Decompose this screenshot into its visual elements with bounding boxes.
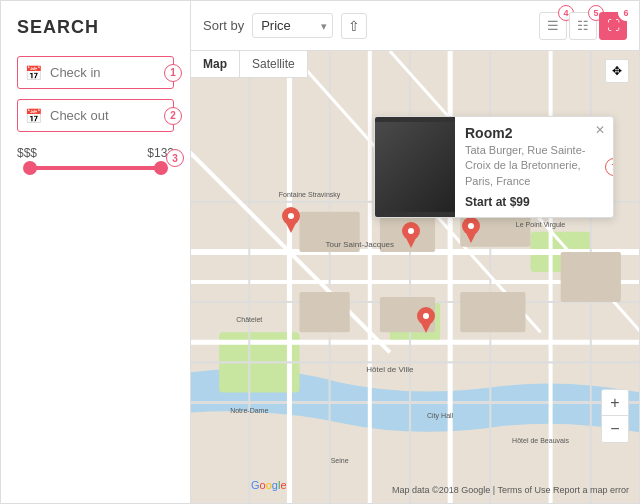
slider-track	[25, 166, 166, 170]
calendar-icon: 📅	[25, 65, 42, 81]
zoom-in-button[interactable]: +	[602, 390, 628, 416]
sidebar: SEARCH 📅 1 📅 2 $$$ $132	[1, 1, 191, 503]
price-badge: 3	[166, 149, 184, 167]
map-tab-map[interactable]: Map	[191, 51, 240, 77]
svg-text:Châtelet: Châtelet	[236, 316, 262, 323]
checkin-group: 📅 1	[17, 56, 174, 89]
main-content: Sort by Price Rating Distance ⇧ ☰ 4 ☷ 5	[191, 1, 639, 503]
svg-text:Fontaine Stravinsky: Fontaine Stravinsky	[279, 191, 341, 199]
svg-marker-47	[466, 233, 476, 243]
grid-icon: ☷	[577, 18, 589, 33]
zoom-out-button[interactable]: −	[602, 416, 628, 442]
list-view-button[interactable]: ☰ 4	[539, 12, 567, 40]
svg-text:Notre-Dame: Notre-Dame	[230, 407, 268, 414]
popup-image	[375, 117, 455, 217]
popup-title: Room2	[465, 125, 603, 141]
svg-text:Hôtel de Beauvais: Hôtel de Beauvais	[512, 437, 569, 444]
sort-select[interactable]: Price Rating Distance	[252, 13, 333, 38]
svg-text:Seine: Seine	[331, 457, 349, 464]
map-tab-satellite[interactable]: Satellite	[240, 51, 308, 77]
popup-price-label: Start at	[465, 195, 506, 209]
map-pin-4[interactable]	[416, 306, 436, 337]
sort-arrow-button[interactable]: ⇧	[341, 13, 367, 39]
fullscreen-button[interactable]: ✥	[605, 59, 629, 83]
sidebar-title: SEARCH	[17, 17, 174, 38]
svg-text:City Hall: City Hall	[427, 412, 454, 420]
svg-point-45	[408, 228, 414, 234]
svg-marker-44	[406, 238, 416, 248]
price-range: $$$ $132 3	[17, 146, 174, 170]
popup-price-value: $99	[510, 195, 530, 209]
slider-fill	[25, 166, 166, 170]
svg-rect-29	[561, 252, 621, 302]
map-pin-1[interactable]	[281, 206, 301, 237]
popup-price: Start at $99	[465, 195, 603, 209]
svg-point-51	[423, 313, 429, 319]
sort-select-wrap: Price Rating Distance	[252, 13, 333, 38]
svg-point-42	[288, 213, 294, 219]
map-zoom-controls: + −	[601, 389, 629, 443]
popup-close-button[interactable]: ✕	[593, 123, 607, 137]
grid-view-button[interactable]: ☷ 5	[569, 12, 597, 40]
map-pin-2[interactable]	[401, 221, 421, 252]
view-icons: ☰ 4 ☷ 5 ⛶ 6	[539, 12, 627, 40]
svg-marker-50	[421, 323, 431, 333]
sort-label: Sort by	[203, 18, 244, 33]
svg-text:Hôtel de Ville: Hôtel de Ville	[366, 365, 414, 374]
map-area: Tour Saint-Jacques Hôtel de Ville Châtel…	[191, 51, 639, 503]
slider-thumb-left[interactable]	[23, 161, 37, 175]
checkin-badge: 1	[164, 64, 182, 82]
topbar: Sort by Price Rating Distance ⇧ ☰ 4 ☷ 5	[191, 1, 639, 51]
map-view-button[interactable]: ⛶ 6	[599, 12, 627, 40]
map-icon: ⛶	[607, 18, 620, 33]
app-container: SEARCH 📅 1 📅 2 $$$ $132	[0, 0, 640, 504]
popup-content: Room2 Tata Burger, Rue Sainte-Croix de l…	[455, 117, 613, 217]
price-labels: $$$ $132	[17, 146, 174, 160]
slider-thumb-right[interactable]	[154, 161, 168, 175]
svg-rect-28	[460, 292, 525, 332]
checkout-group: 📅 2	[17, 99, 174, 132]
svg-marker-41	[286, 223, 296, 233]
svg-text:Tour Saint-Jacques: Tour Saint-Jacques	[325, 240, 394, 249]
map-tabs: Map Satellite	[191, 51, 308, 78]
svg-text:Le Point Virgule: Le Point Virgule	[516, 221, 566, 229]
map-pin-3[interactable]	[461, 216, 481, 247]
popup-image-inner	[375, 122, 455, 212]
view-badge-6: 6	[618, 5, 634, 21]
map-footer: Map data ©2018 Google | Terms of Use Rep…	[392, 485, 629, 495]
price-min: $$$	[17, 146, 37, 160]
calendar-icon-2: 📅	[25, 108, 42, 124]
popup-subtitle: Tata Burger, Rue Sainte-Croix de la Bret…	[465, 143, 603, 189]
checkout-badge: 2	[164, 107, 182, 125]
svg-point-48	[468, 223, 474, 229]
list-icon: ☰	[547, 18, 559, 33]
svg-rect-26	[299, 292, 349, 332]
google-logo: Google	[251, 479, 287, 491]
map-popup: Room2 Tata Burger, Rue Sainte-Croix de l…	[374, 116, 614, 218]
